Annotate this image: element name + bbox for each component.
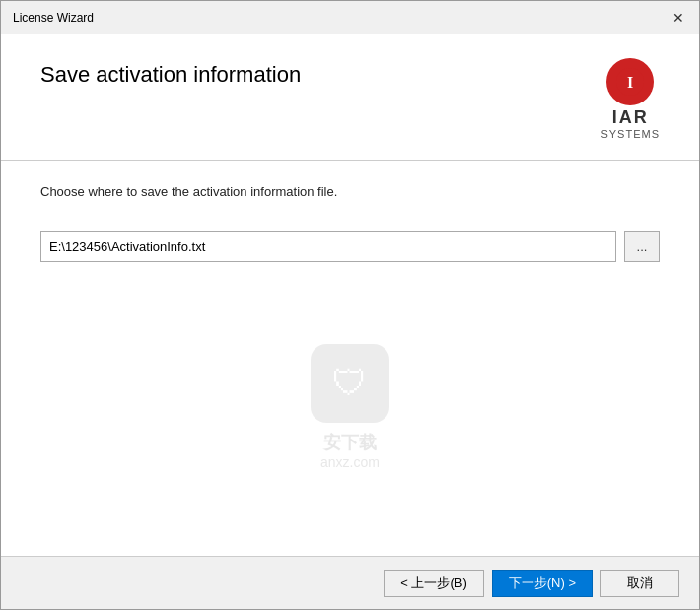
license-wizard-window: License Wizard ✕ Save activation informa… [0, 0, 700, 610]
watermark-sub: anxz.com [311, 454, 389, 470]
browse-button[interactable]: ... [624, 231, 660, 262]
instruction-text: Choose where to save the activation info… [40, 184, 660, 199]
header-section: Save activation information I IAR SYSTEM… [1, 34, 699, 161]
back-button[interactable]: < 上一步(B) [384, 570, 484, 597]
close-button[interactable]: ✕ [669, 9, 687, 27]
logo-area: I IAR SYSTEMS [600, 58, 660, 140]
file-path-input[interactable] [40, 231, 616, 262]
file-input-row: ... [40, 231, 660, 262]
window-title: License Wizard [13, 11, 94, 25]
brand-sub-text: SYSTEMS [600, 128, 660, 140]
iar-logo-icon: I [606, 58, 654, 105]
cancel-button[interactable]: 取消 [600, 570, 679, 597]
next-button[interactable]: 下一步(N) > [492, 570, 593, 597]
watermark-area: 🛡 安下载 anxz.com [40, 282, 660, 532]
brand-text: IAR [612, 107, 649, 128]
footer-section: < 上一步(B) 下一步(N) > 取消 [1, 556, 699, 609]
svg-text:I: I [627, 74, 633, 91]
watermark-text: 安下载 [311, 431, 389, 454]
watermark-content: 🛡 安下载 anxz.com [311, 344, 389, 470]
watermark-icon: 🛡 [311, 344, 389, 423]
title-bar: License Wizard ✕ [1, 1, 699, 34]
main-section: Choose where to save the activation info… [1, 161, 699, 556]
content-area: Save activation information I IAR SYSTEM… [1, 34, 699, 609]
page-title: Save activation information [40, 62, 301, 88]
